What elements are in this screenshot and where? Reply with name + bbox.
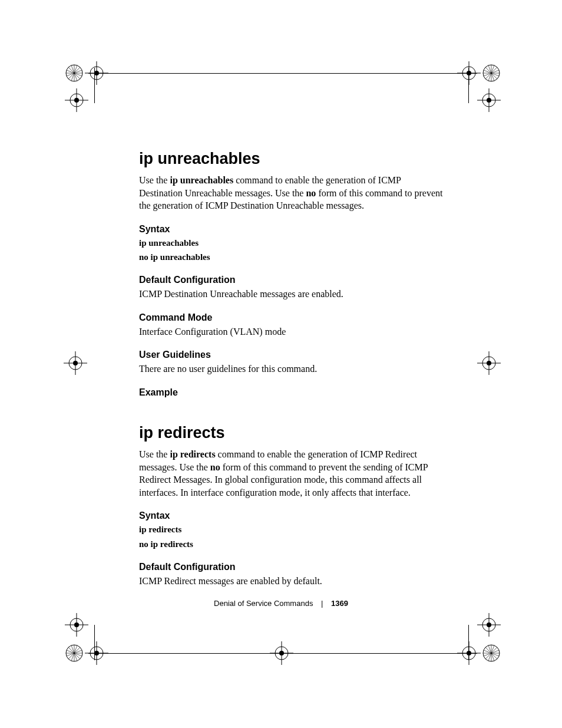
- register-mark-icon: [65, 64, 84, 83]
- register-mark-icon: [477, 88, 501, 112]
- register-mark-icon: [64, 351, 87, 375]
- register-mark-icon: [270, 641, 293, 665]
- page-footer: Denial of Service Commands | 1369: [0, 599, 562, 608]
- heading-default: Default Configuration: [139, 562, 445, 572]
- command-name: ip redirects: [170, 449, 215, 459]
- register-mark-icon: [457, 61, 481, 85]
- heading-default: Default Configuration: [139, 275, 445, 285]
- section-title: ip redirects: [139, 424, 445, 442]
- heading-mode: Command Mode: [139, 312, 445, 323]
- body-text: There are no user guidelines for this co…: [139, 363, 445, 375]
- register-mark-icon: [85, 61, 108, 85]
- register-mark-icon: [477, 613, 501, 637]
- body-text: ICMP Redirect messages are enabled by de…: [139, 575, 445, 588]
- body-text: Interface Configuration (VLAN) mode: [139, 325, 445, 338]
- register-mark-icon: [85, 641, 108, 665]
- register-mark-icon: [482, 64, 501, 83]
- syntax-line: ip redirects: [139, 523, 445, 535]
- syntax-line: no ip unreachables: [139, 251, 445, 263]
- register-mark-icon: [65, 88, 88, 112]
- page-content: ip unreachables Use the ip unreachables …: [139, 150, 445, 591]
- keyword-no: no: [306, 188, 316, 198]
- heading-syntax: Syntax: [139, 224, 445, 235]
- body-text: ICMP Destination Unreachable messages ar…: [139, 288, 445, 301]
- register-mark-icon: [477, 351, 501, 375]
- register-mark-icon: [457, 641, 481, 665]
- heading-example: Example: [139, 387, 445, 398]
- register-mark-icon: [65, 613, 88, 637]
- page: ip unreachables Use the ip unreachables …: [0, 0, 562, 728]
- syntax-line: no ip redirects: [139, 538, 445, 550]
- section-intro: Use the ip unreachables command to enabl…: [139, 174, 445, 212]
- text: Use the: [139, 449, 170, 459]
- heading-syntax: Syntax: [139, 510, 445, 521]
- keyword-no: no: [210, 462, 220, 472]
- text: Use the: [139, 175, 170, 185]
- page-number: 1369: [331, 599, 348, 608]
- footer-section: Denial of Service Commands: [214, 599, 313, 608]
- syntax-line: ip unreachables: [139, 237, 445, 249]
- footer-separator: |: [321, 599, 323, 608]
- register-mark-icon: [482, 644, 501, 663]
- crop-line: [88, 73, 477, 74]
- command-name: ip unreachables: [170, 175, 233, 185]
- register-mark-icon: [65, 644, 84, 663]
- section-title: ip unreachables: [139, 150, 445, 168]
- heading-guidelines: User Guidelines: [139, 350, 445, 360]
- section-intro: Use the ip redirects command to enable t…: [139, 448, 445, 499]
